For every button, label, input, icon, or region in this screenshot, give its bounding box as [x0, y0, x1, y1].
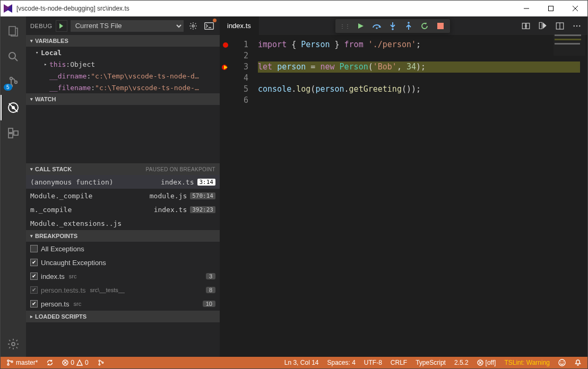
open-changes-button[interactable]	[535, 19, 550, 33]
stack-frame[interactable]: Module._extensions..js	[26, 216, 220, 230]
frame-file: index.ts	[161, 178, 194, 186]
svg-point-31	[102, 362, 103, 364]
svg-point-7	[12, 106, 15, 109]
scope-local[interactable]: ▾ Local	[26, 47, 220, 58]
ts-version-button[interactable]: 2.5.2	[453, 357, 470, 368]
svg-point-25	[7, 360, 9, 362]
checkbox[interactable]	[30, 273, 38, 280]
sync-button[interactable]	[45, 357, 55, 368]
checkbox[interactable]	[30, 300, 38, 308]
window-minimize-button[interactable]	[514, 1, 539, 16]
window-close-button[interactable]	[563, 1, 587, 16]
compare-changes-button[interactable]	[518, 19, 533, 33]
bp-count: 8	[206, 287, 215, 293]
section-title: BREAKPOINTS	[35, 233, 77, 239]
svg-point-3	[10, 77, 12, 80]
variable-row[interactable]: ▸ this: Object	[26, 58, 220, 70]
breakpoint-row[interactable]: index.ts src 3	[26, 269, 220, 283]
expand-icon: ▸	[30, 314, 33, 319]
svg-point-19	[579, 25, 580, 26]
debug-settings-button[interactable]	[187, 20, 200, 32]
debug-console-button[interactable]	[203, 20, 215, 32]
bp-count: 10	[203, 301, 215, 307]
breakpoint-row[interactable]: person.tests.ts src\__tests__ 8	[26, 283, 220, 297]
minimap[interactable]	[554, 34, 585, 56]
code-area[interactable]: import { Person } from './person'; let p…	[258, 35, 580, 357]
debug-label: DEBUG	[30, 23, 53, 29]
loaded-scripts-header[interactable]: ▸ LOADED SCRIPTS	[26, 311, 220, 322]
breakpoint-icon[interactable]	[223, 42, 228, 48]
editor-tab[interactable]: index.ts	[220, 16, 259, 35]
notifications-button[interactable]	[573, 357, 583, 368]
window-maximize-button[interactable]	[539, 1, 563, 16]
search-activity-button[interactable]	[1, 44, 26, 69]
svg-point-20	[376, 27, 377, 29]
svg-rect-23	[437, 23, 444, 29]
debug-activity-button[interactable]	[1, 95, 26, 120]
stack-frame[interactable]: m._compile index.ts 392:23	[26, 203, 220, 216]
svg-point-21	[392, 28, 394, 30]
callstack-section: ▾ CALL STACK PAUSED ON BREAKPOINT (anony…	[26, 163, 220, 230]
variable-row[interactable]: __dirname: "c:\Temp\vscode-ts-node-d…	[26, 70, 220, 82]
continue-button[interactable]	[353, 20, 368, 32]
restart-button[interactable]	[417, 20, 432, 32]
step-over-button[interactable]	[369, 20, 384, 32]
debug-config-select[interactable]: Current TS File	[71, 20, 184, 32]
problems-button[interactable]: 0 0	[60, 357, 90, 368]
status-bar: master* 0 0 Ln 3, Col 14 Spaces: 4 UTF-8…	[1, 357, 587, 368]
frame-file: module.js	[150, 192, 187, 200]
more-actions-button[interactable]	[569, 19, 584, 33]
editor-area: index.ts ⋮⋮ 1	[220, 16, 587, 357]
settings-activity-button[interactable]	[1, 331, 26, 357]
watch-body[interactable]	[26, 105, 220, 163]
frame-pos: 570:14	[190, 192, 215, 199]
breakpoint-row[interactable]: person.ts src 10	[26, 297, 220, 311]
checkbox[interactable]	[30, 286, 38, 294]
breakpoints-header[interactable]: ▾ BREAKPOINTS	[26, 230, 220, 242]
collapse-icon: ▾	[30, 38, 33, 43]
checkbox[interactable]	[30, 259, 38, 266]
breakpoint-row[interactable]: All Exceptions	[26, 242, 220, 256]
svg-point-22	[408, 22, 410, 24]
watch-header[interactable]: ▾ WATCH	[26, 93, 220, 105]
play-icon	[59, 23, 63, 29]
editor-body[interactable]: 1 2 3 4 5 6 import { Person } from './pe…	[220, 35, 587, 357]
explorer-activity-button[interactable]	[1, 19, 26, 44]
encoding-button[interactable]: UTF-8	[362, 357, 384, 368]
git-branch-button[interactable]: master*	[5, 357, 39, 368]
breakpoint-row[interactable]: Uncaught Exceptions	[26, 256, 220, 269]
variable-row[interactable]: __filename: "c:\Temp\vscode-ts-node-…	[26, 82, 220, 93]
svg-rect-8	[8, 128, 13, 133]
section-title: LOADED SCRIPTS	[35, 313, 87, 320]
drag-handle-icon[interactable]: ⋮⋮	[338, 23, 352, 29]
debug-toolbar[interactable]: ⋮⋮	[335, 19, 451, 33]
extensions-activity-button[interactable]	[1, 120, 26, 146]
stop-button[interactable]	[433, 20, 448, 32]
eol-button[interactable]: CRLF	[389, 357, 409, 368]
breakpoints-section: ▾ BREAKPOINTS All Exceptions Uncaught Ex…	[26, 230, 220, 311]
cursor-position-button[interactable]: Ln 3, Col 14	[283, 357, 321, 368]
checkbox[interactable]	[30, 245, 38, 252]
prettier-button[interactable]: [off]	[475, 357, 498, 368]
svg-rect-10	[14, 131, 18, 135]
callstack-header[interactable]: ▾ CALL STACK PAUSED ON BREAKPOINT	[26, 163, 220, 175]
step-out-button[interactable]	[401, 20, 416, 32]
variables-header[interactable]: ▾ VARIABLES	[26, 35, 220, 47]
step-into-button[interactable]	[385, 20, 400, 32]
debug-status-button[interactable]	[96, 357, 106, 368]
bp-count: 3	[206, 273, 215, 279]
feedback-button[interactable]	[557, 357, 567, 368]
stack-frame[interactable]: Module._compile module.js 570:14	[26, 189, 220, 203]
bp-path: src\__tests__	[90, 287, 125, 293]
scm-activity-button[interactable]: 5	[1, 69, 26, 95]
split-editor-button[interactable]	[552, 19, 567, 33]
tslint-button[interactable]: TSLint: Warning	[503, 357, 551, 368]
collapse-icon: ▾	[30, 166, 33, 172]
current-breakpoint-icon[interactable]	[222, 64, 229, 71]
indentation-button[interactable]: Spaces: 4	[325, 357, 357, 368]
gutter[interactable]: 1 2 3 4 5 6	[220, 35, 258, 357]
start-debug-button[interactable]	[56, 20, 67, 32]
debug-header: DEBUG Current TS File	[26, 16, 220, 35]
language-mode-button[interactable]: TypeScript	[414, 357, 447, 368]
stack-frame[interactable]: (anonymous function) index.ts 3:14	[26, 175, 220, 189]
